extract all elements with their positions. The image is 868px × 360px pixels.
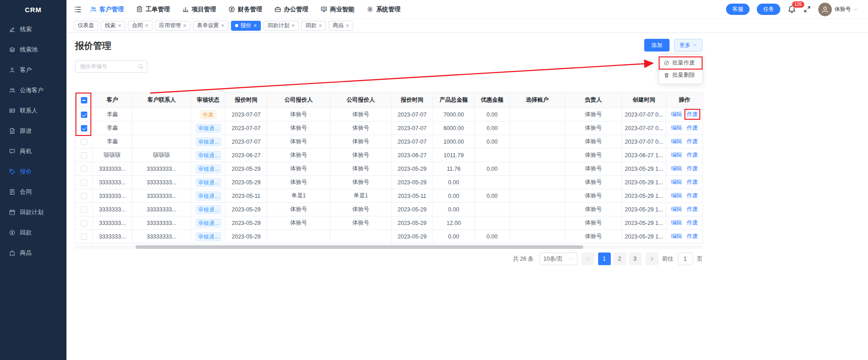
- void-link[interactable]: 作废: [687, 220, 698, 226]
- nav-item-label: 系统管理: [376, 5, 401, 14]
- nav-item-office[interactable]: 办公管理: [274, 5, 308, 14]
- menu-item-batch-delete[interactable]: 批量删除: [659, 69, 702, 81]
- edit-link[interactable]: 编辑: [671, 165, 682, 172]
- menu-item-batch-void[interactable]: 批量作废: [659, 57, 702, 69]
- sidebar-item-contracts[interactable]: 合同: [0, 182, 66, 202]
- project-nav-icon: [182, 6, 189, 13]
- edit-link[interactable]: 编辑: [671, 152, 682, 158]
- tab-dashboard[interactable]: 仪表盘: [74, 21, 98, 31]
- notifications-button[interactable]: 126: [788, 5, 796, 14]
- menu-fold-icon[interactable]: [74, 5, 82, 14]
- task-button[interactable]: 任务: [757, 4, 780, 15]
- tab-app-management[interactable]: 应用管理×: [155, 21, 190, 31]
- cell-company-quoter-1: 体验号: [267, 135, 330, 149]
- page-button-2[interactable]: 2: [613, 252, 626, 265]
- sidebar-item-opportunities[interactable]: 商机: [0, 141, 66, 161]
- top-header: 客户管理工单管理项目管理财务管理办公管理商业智能系统管理 客服 任务 126 体…: [66, 0, 868, 19]
- tab-close-icon[interactable]: ×: [118, 23, 121, 28]
- tab-payment-plans[interactable]: 回款计划×: [264, 21, 299, 31]
- sidebar-item-follow-ups[interactable]: 跟进: [0, 121, 66, 141]
- page-button-3[interactable]: 3: [629, 252, 642, 265]
- cell-status: 审核通...: [191, 176, 226, 189]
- void-link[interactable]: 作废: [687, 206, 698, 212]
- nav-item-projects[interactable]: 项目管理: [182, 5, 216, 14]
- edit-link[interactable]: 编辑: [671, 220, 682, 226]
- sidebar-item-leads-pool[interactable]: 线索池: [0, 39, 66, 60]
- add-button[interactable]: 添加: [644, 39, 670, 51]
- row-checkbox[interactable]: [81, 179, 87, 186]
- table-row: 3333333...33333333...审核通...2023-05-29体验号…: [75, 162, 703, 176]
- tab-close-icon[interactable]: ×: [346, 23, 349, 28]
- void-link[interactable]: 作废: [687, 111, 698, 117]
- edit-link[interactable]: 编辑: [671, 192, 682, 199]
- edit-link[interactable]: 编辑: [671, 206, 682, 212]
- tab-contracts[interactable]: 合同×: [128, 21, 152, 31]
- void-link[interactable]: 作废: [687, 233, 698, 239]
- row-checkbox[interactable]: [81, 193, 87, 199]
- tab-quotes[interactable]: 报价×: [231, 21, 261, 31]
- void-link[interactable]: 作废: [687, 138, 698, 145]
- next-page-button[interactable]: [646, 252, 658, 265]
- cell-quote-date: 2023-07-07: [226, 122, 267, 135]
- tab-products[interactable]: 商品×: [329, 21, 353, 31]
- more-dropdown-menu: 批量作废批量删除: [659, 54, 703, 84]
- prev-page-button[interactable]: [581, 252, 594, 265]
- void-link[interactable]: 作废: [687, 165, 698, 172]
- nav-item-work-orders[interactable]: 工单管理: [136, 5, 170, 14]
- tab-close-icon[interactable]: ×: [292, 23, 295, 28]
- fullscreen-icon[interactable]: [803, 5, 811, 13]
- tab-form-settings[interactable]: 表单设置×: [193, 21, 228, 31]
- page-size-select[interactable]: 10条/页: [539, 252, 577, 265]
- search-input[interactable]: [75, 60, 147, 73]
- tab-close-icon[interactable]: ×: [145, 23, 148, 28]
- void-link[interactable]: 作废: [687, 179, 698, 185]
- actions-cell: 编辑作废: [666, 216, 703, 230]
- nav-item-customers[interactable]: 客户管理: [90, 5, 124, 14]
- edit-link[interactable]: 编辑: [671, 233, 682, 239]
- sidebar-item-products[interactable]: 商品: [0, 243, 66, 263]
- row-checkbox[interactable]: [81, 139, 87, 145]
- sidebar-item-leads[interactable]: 线索: [0, 19, 66, 39]
- tab-payments[interactable]: 回款×: [302, 21, 326, 31]
- goto-page-input[interactable]: [678, 252, 693, 265]
- sidebar-item-payment-plans[interactable]: 回款计划: [0, 202, 66, 222]
- row-checkbox[interactable]: [81, 125, 87, 131]
- horizontal-scrollbar-thumb[interactable]: [136, 245, 583, 249]
- sidebar-item-customers[interactable]: 客户: [0, 60, 66, 80]
- tab-close-icon[interactable]: ×: [254, 23, 257, 28]
- void-link[interactable]: 作废: [687, 192, 698, 199]
- select-all-checkbox[interactable]: [81, 97, 87, 103]
- person-icon: [821, 5, 829, 14]
- nav-item-system[interactable]: 系统管理: [367, 5, 401, 14]
- edit-link[interactable]: 编辑: [671, 138, 682, 145]
- row-checkbox[interactable]: [81, 112, 87, 118]
- sidebar-item-contacts[interactable]: 联系人: [0, 100, 66, 121]
- edit-link[interactable]: 编辑: [671, 179, 682, 185]
- cell-contact: 33333333...: [132, 216, 191, 230]
- row-checkbox[interactable]: [81, 152, 87, 159]
- row-checkbox[interactable]: [81, 234, 87, 240]
- tab-close-icon[interactable]: ×: [183, 23, 186, 28]
- tab-close-icon[interactable]: ×: [221, 23, 224, 28]
- page-button-1[interactable]: 1: [598, 252, 611, 265]
- user-menu[interactable]: 体验号: [818, 3, 858, 16]
- nav-item-business-intelligence[interactable]: 商业智能: [321, 5, 354, 14]
- cell-customer: 李鑫: [93, 122, 132, 135]
- tab-leads[interactable]: 线索×: [101, 21, 125, 31]
- sidebar-item-payments[interactable]: 回款: [0, 222, 66, 243]
- more-button[interactable]: 更多: [674, 39, 703, 51]
- edit-link[interactable]: 编辑: [671, 111, 682, 117]
- cell-total-amount: 0.00: [433, 230, 475, 243]
- tab-close-icon[interactable]: ×: [319, 23, 322, 28]
- sidebar-item-quotes[interactable]: 报价: [0, 161, 66, 182]
- sidebar-item-public-customers[interactable]: 公海客户: [0, 80, 66, 100]
- edit-link[interactable]: 编辑: [671, 125, 682, 131]
- void-link[interactable]: 作废: [687, 125, 698, 131]
- row-checkbox[interactable]: [81, 220, 87, 226]
- row-checkbox[interactable]: [81, 166, 87, 172]
- nav-item-finance[interactable]: 财务管理: [228, 5, 262, 14]
- row-checkbox[interactable]: [81, 206, 87, 213]
- cell-owner: 体验号: [565, 176, 622, 189]
- customer-service-button[interactable]: 客服: [726, 4, 750, 15]
- void-link[interactable]: 作废: [687, 152, 698, 158]
